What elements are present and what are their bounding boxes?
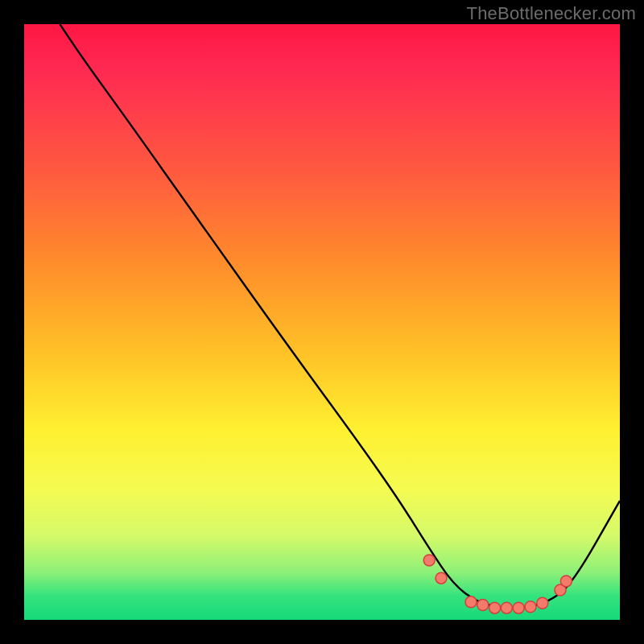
- marker-group: [423, 555, 572, 613]
- plot-area: [24, 24, 620, 620]
- chart-frame: TheBottlenecker.com: [0, 0, 644, 644]
- source-attribution: TheBottlenecker.com: [467, 3, 636, 24]
- bottleneck-curve: [60, 24, 620, 608]
- chart-svg: [24, 24, 620, 620]
